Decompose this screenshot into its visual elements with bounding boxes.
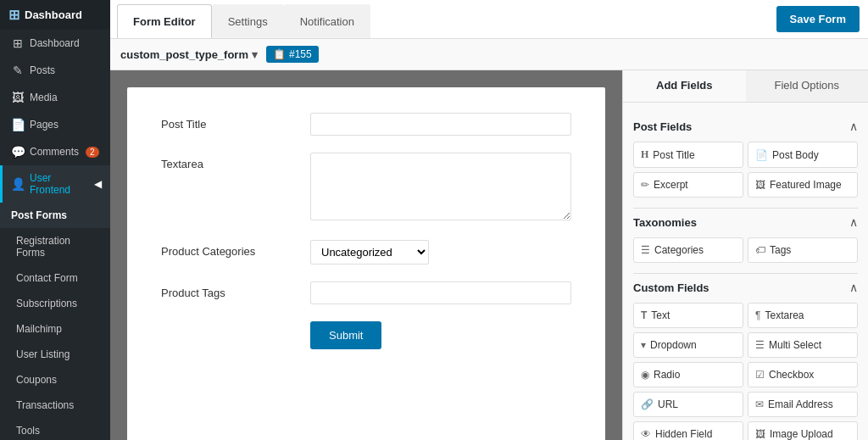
post-fields-title: Post Fields [633,120,692,133]
sidebar-item-posts[interactable]: ✎ Posts [0,57,110,84]
field-input-product-categories: Uncategorized [310,240,571,265]
post-fields-collapse-icon[interactable]: ∧ [849,120,858,133]
url-btn-icon: 🔗 [641,398,654,410]
textarea-field-btn[interactable]: ¶ Textarea [748,303,858,328]
form-id-label: #155 [289,48,312,60]
sidebar-item-media[interactable]: 🖼 Media [0,84,110,111]
categories-btn[interactable]: ☰ Categories [633,237,743,263]
arrow-icon: ◀ [94,178,102,190]
sidebar-item-post-forms[interactable]: Post Forms [0,203,110,228]
save-area: Save Form [776,6,868,32]
post-title-input[interactable] [310,113,571,136]
field-label-product-tags: Product Tags [161,281,297,299]
taxonomies-grid: ☰ Categories 🏷 Tags [633,237,858,263]
sidebar-item-mailchimp[interactable]: Mailchimp [0,316,110,342]
sidebar-item-contact-form[interactable]: Contact Form [0,265,110,291]
field-input-textarea [310,153,571,223]
field-input-post-title [310,113,571,136]
checkbox-btn-icon: ☑ [755,369,765,381]
tab-form-editor[interactable]: Form Editor [117,4,212,38]
dropdown-arrow-icon[interactable]: ▾ [252,48,258,61]
sidebar-item-label: Transactions [16,399,74,411]
tab-settings[interactable]: Settings [212,4,284,38]
right-panel: Add Fields Field Options Post Fields ∧ H… [622,70,868,440]
sidebar-item-label: Post Forms [11,209,67,221]
sidebar-item-pages[interactable]: 📄 Pages [0,111,110,138]
image-upload-btn[interactable]: 🖼 Image Upload [748,421,858,440]
tags-btn-icon: 🏷 [755,244,765,256]
right-tab-add-fields[interactable]: Add Fields [623,70,746,102]
user-frontend-icon: 👤 [11,177,25,191]
dropdown-btn[interactable]: ▾ Dropdown [633,332,743,358]
textarea-btn-icon: ¶ [755,309,760,321]
save-form-button[interactable]: Save Form [776,6,860,32]
content-area: Post Title Textarea Product Categories [110,70,868,440]
email-address-btn[interactable]: ✉ Email Address [748,392,858,417]
sidebar-item-registration-forms[interactable]: Registration Forms [0,228,110,265]
tags-btn[interactable]: 🏷 Tags [748,237,858,263]
multi-select-btn-icon: ☰ [755,339,765,351]
text-btn-label: Text [651,309,670,321]
subtoolbar: custom_post_type_form ▾ 📋 #155 [110,39,868,70]
form-field-post-title: Post Title [161,113,571,136]
form-canvas-wrapper: Post Title Textarea Product Categories [110,70,622,440]
sidebar-item-coupons[interactable]: Coupons [0,367,110,393]
product-tags-input[interactable] [310,281,571,304]
form-canvas: Post Title Textarea Product Categories [127,87,605,440]
custom-fields-section-header: Custom Fields ∧ [633,281,858,294]
excerpt-btn[interactable]: ✏ Excerpt [633,172,743,198]
post-fields-section-header: Post Fields ∧ [633,120,858,133]
radio-btn[interactable]: ◉ Radio [633,362,743,387]
multi-select-btn[interactable]: ☰ Multi Select [748,332,858,358]
textarea-input[interactable] [310,153,571,220]
sidebar-header-label: Dashboard [25,8,82,21]
right-panel-tabs: Add Fields Field Options [623,70,868,103]
product-categories-select[interactable]: Uncategorized [310,240,429,265]
email-btn-icon: ✉ [755,398,764,410]
sidebar-item-label: Contact Form [16,272,78,284]
sidebar-item-comments[interactable]: 💬 Comments 2 [0,138,110,165]
field-label-post-title: Post Title [161,113,297,131]
right-panel-content: Post Fields ∧ H Post Title 📄 Post Body ✏… [623,103,868,440]
custom-fields-grid: T Text ¶ Textarea ▾ Dropdown ☰ Multi Sel… [633,303,858,440]
main-area: Form Editor Settings Notification Save F… [110,0,868,440]
post-fields-grid: H Post Title 📄 Post Body ✏ Excerpt 🖼 Fea… [633,142,858,198]
sidebar-item-label: Coupons [16,374,57,386]
sidebar-item-subscriptions[interactable]: Subscriptions [0,291,110,316]
image-upload-btn-label: Image Upload [770,428,833,440]
post-body-btn[interactable]: 📄 Post Body [748,142,858,168]
right-tab-field-options[interactable]: Field Options [746,70,869,102]
field-label-product-categories: Product Categories [161,240,297,258]
hidden-field-btn[interactable]: 👁 Hidden Field [633,421,743,440]
sidebar-item-label: Posts [30,64,55,76]
sidebar-item-label: Registration Forms [16,235,102,259]
sidebar-item-user-listing[interactable]: User Listing [0,342,110,367]
sidebar: ⊞ Dashboard ⊞ Dashboard ✎ Posts 🖼 Media … [0,0,110,440]
form-id-icon: 📋 [273,48,286,60]
form-field-product-tags: Product Tags [161,281,571,304]
sidebar-item-user-frontend[interactable]: 👤 User Frontend ◀ [0,165,110,203]
divider-1 [633,208,858,209]
url-btn[interactable]: 🔗 URL [633,392,743,417]
sidebar-item-label: Comments [30,146,79,158]
custom-fields-collapse-icon[interactable]: ∧ [849,281,858,294]
featured-image-btn[interactable]: 🖼 Featured Image [748,172,858,198]
taxonomies-collapse-icon[interactable]: ∧ [849,215,858,229]
hidden-field-btn-label: Hidden Field [655,428,712,440]
submit-button[interactable]: Submit [310,321,381,349]
tabs-bar: Form Editor Settings Notification Save F… [110,0,868,39]
tab-notification[interactable]: Notification [284,4,370,38]
post-body-btn-label: Post Body [772,149,819,161]
sidebar-item-dashboard[interactable]: ⊞ Dashboard [0,30,110,57]
sidebar-header[interactable]: ⊞ Dashboard [0,0,110,30]
excerpt-btn-label: Excerpt [654,179,688,191]
text-btn-icon: T [641,309,647,321]
hidden-field-btn-icon: 👁 [641,428,651,440]
text-field-btn[interactable]: T Text [633,303,743,328]
post-title-btn[interactable]: H Post Title [633,142,743,168]
form-name-label: custom_post_type_form [120,48,248,61]
form-id-badge: 📋 #155 [266,46,319,63]
sidebar-item-tools[interactable]: Tools [0,418,110,440]
checkbox-btn[interactable]: ☑ Checkbox [748,362,858,387]
sidebar-item-transactions[interactable]: Transactions [0,393,110,418]
